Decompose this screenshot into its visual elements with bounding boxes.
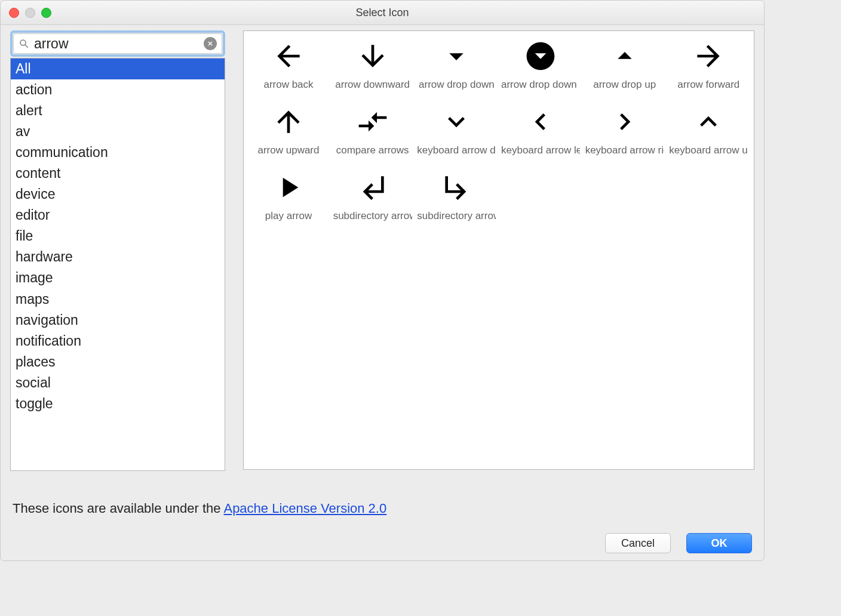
search-input[interactable] xyxy=(13,33,222,54)
keyboard-arrow-right-icon xyxy=(607,104,643,140)
icon-keyboard-arrow-right[interactable]: keyboard arrow right xyxy=(584,100,666,165)
icon-arrow-drop-down[interactable]: arrow drop down xyxy=(415,35,498,99)
icon-keyboard-arrow-down[interactable]: keyboard arrow down xyxy=(415,100,498,165)
icon-label: play arrow xyxy=(265,210,312,222)
icon-arrow-upward[interactable]: arrow upward xyxy=(247,100,330,165)
search-icon xyxy=(19,38,29,49)
icon-label: arrow drop down xyxy=(419,79,495,91)
svg-point-0 xyxy=(20,40,26,45)
arrow-downward-icon xyxy=(355,38,391,74)
icon-label: keyboard arrow up xyxy=(669,144,748,156)
icon-label: subdirectory arrow left xyxy=(333,210,412,222)
arrow-drop-down-circle-icon xyxy=(523,38,558,74)
category-item-action[interactable]: action xyxy=(11,79,225,100)
category-list[interactable]: Allactionalertavcommunicationcontentdevi… xyxy=(10,58,225,471)
icon-arrow-forward[interactable]: arrow forward xyxy=(667,35,750,99)
icon-arrow-drop-down-circle[interactable]: arrow drop down circle xyxy=(499,35,582,99)
category-item-maps[interactable]: maps xyxy=(11,289,225,310)
arrow-drop-up-icon xyxy=(607,38,643,74)
icon-label: arrow upward xyxy=(258,144,320,156)
icon-compare-arrows[interactable]: compare arrows xyxy=(332,100,414,165)
keyboard-arrow-down-icon xyxy=(438,104,474,140)
icon-label: keyboard arrow down xyxy=(417,144,496,156)
category-item-all[interactable]: All xyxy=(11,58,225,79)
license-link[interactable]: Apache License Version 2.0 xyxy=(223,501,386,516)
category-item-editor[interactable]: editor xyxy=(11,205,225,226)
icon-arrow-drop-up[interactable]: arrow drop up xyxy=(584,35,666,99)
window-title: Select Icon xyxy=(1,7,764,19)
icon-play-arrow[interactable]: play arrow xyxy=(247,166,330,230)
category-item-notification[interactable]: notification xyxy=(11,331,225,352)
keyboard-arrow-left-icon xyxy=(523,104,558,140)
category-item-communication[interactable]: communication xyxy=(11,142,225,163)
category-item-toggle[interactable]: toggle xyxy=(11,393,225,414)
arrow-drop-down-icon xyxy=(438,38,474,74)
category-item-alert[interactable]: alert xyxy=(11,100,225,121)
arrow-forward-icon xyxy=(690,38,726,74)
category-item-image[interactable]: image xyxy=(11,267,225,288)
license-text: These icons are available under the Apac… xyxy=(13,501,752,516)
icon-arrow-back[interactable]: arrow back xyxy=(247,35,330,99)
subdirectory-arrow-right-icon xyxy=(438,170,474,205)
icon-subdirectory-arrow-right[interactable]: subdirectory arrow right xyxy=(415,166,498,230)
play-arrow-icon xyxy=(271,170,306,205)
icon-label: compare arrows xyxy=(336,144,409,156)
icon-label: subdirectory arrow right xyxy=(417,210,496,222)
category-item-hardware[interactable]: hardware xyxy=(11,247,225,267)
icon-keyboard-arrow-up[interactable]: keyboard arrow up xyxy=(667,100,750,165)
arrow-back-icon xyxy=(271,38,306,74)
keyboard-arrow-up-icon xyxy=(690,104,726,140)
icon-arrow-downward[interactable]: arrow downward xyxy=(332,35,414,99)
icon-label: keyboard arrow right xyxy=(585,144,664,156)
icon-label: arrow downward xyxy=(335,79,410,91)
icon-keyboard-arrow-left[interactable]: keyboard arrow left xyxy=(499,100,582,165)
icon-subdirectory-arrow-left[interactable]: subdirectory arrow left xyxy=(332,166,414,230)
compare-arrows-icon xyxy=(355,104,391,140)
icon-label: arrow drop down circle xyxy=(501,79,580,91)
category-item-av[interactable]: av xyxy=(11,121,225,142)
ok-button[interactable]: OK xyxy=(686,533,752,553)
select-icon-dialog: Select Icon Allactionalertavcommunicatio… xyxy=(0,0,765,561)
titlebar: Select Icon xyxy=(1,1,764,25)
arrow-upward-icon xyxy=(271,104,306,140)
subdirectory-arrow-left-icon xyxy=(355,170,391,205)
category-item-social[interactable]: social xyxy=(11,372,225,393)
category-item-device[interactable]: device xyxy=(11,184,225,205)
category-item-places[interactable]: places xyxy=(11,352,225,372)
category-item-navigation[interactable]: navigation xyxy=(11,310,225,331)
cancel-button[interactable]: Cancel xyxy=(605,533,671,553)
icon-results-pane: arrow backarrow downwardarrow drop downa… xyxy=(243,30,754,470)
icon-label: keyboard arrow left xyxy=(501,144,580,156)
category-item-content[interactable]: content xyxy=(11,163,225,184)
icon-label: arrow forward xyxy=(677,79,739,91)
icon-label: arrow drop up xyxy=(593,79,656,91)
search-field-wrap xyxy=(10,30,225,57)
svg-line-1 xyxy=(25,45,28,48)
category-item-file[interactable]: file xyxy=(11,226,225,247)
clear-search-button[interactable] xyxy=(204,37,217,50)
icon-label: arrow back xyxy=(263,79,313,91)
